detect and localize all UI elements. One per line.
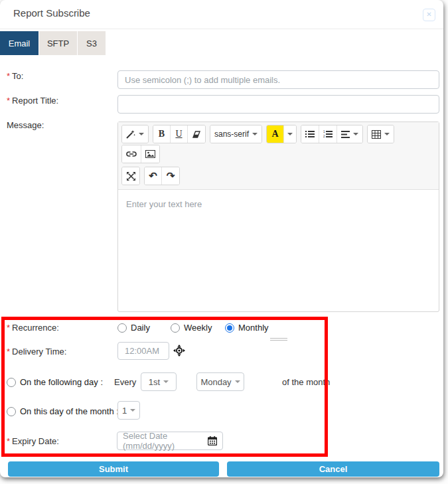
of-month-label: of the month [282, 377, 330, 387]
to-input[interactable] [117, 70, 439, 89]
dialog-title: Report Subscribe [13, 7, 90, 19]
fullscreen-icon[interactable] [122, 167, 139, 185]
submit-button[interactable]: Submit [8, 461, 219, 477]
expiry-date-input[interactable]: Select Date (mm/dd/yyyy) [117, 432, 223, 450]
delivery-time-label: *Delivery Time: [7, 347, 66, 357]
svg-text:1: 1 [323, 130, 325, 133]
radio-monthly-circle[interactable] [225, 323, 234, 333]
radio-weekly-circle[interactable] [171, 323, 180, 333]
radio-daily-circle[interactable] [117, 323, 127, 333]
time-picker-crosshair-icon[interactable] [173, 345, 185, 357]
required-asterisk: * [7, 96, 10, 106]
style-magic-icon[interactable] [122, 125, 148, 143]
message-edit-area[interactable]: Enter your text here [118, 190, 439, 333]
report-title-input[interactable] [117, 95, 439, 114]
radio-following-day[interactable]: On the following day : [7, 376, 103, 388]
undo-icon[interactable]: ↶ [145, 167, 162, 185]
required-asterisk: * [7, 71, 10, 81]
radio-monthly[interactable]: Monthly [225, 322, 269, 334]
recurrence-label: *Recurrence: [7, 323, 59, 333]
unordered-list-icon[interactable] [301, 125, 319, 143]
ordered-list-icon[interactable]: 12 [319, 125, 337, 143]
day-select[interactable]: 1 [117, 401, 140, 420]
redo-icon[interactable]: ↷ [162, 167, 179, 185]
to-label: *To: [7, 71, 23, 81]
report-subscribe-dialog: Report Subscribe ✕ Email SFTP S3 *To: *R… [0, 0, 443, 477]
editor-resize-handle[interactable] [118, 333, 439, 343]
tab-s3[interactable]: S3 [78, 31, 106, 55]
rich-text-editor: B U sans-serif A 12 [117, 121, 439, 312]
table-icon[interactable] [368, 125, 394, 143]
expiry-date-label: *Expiry Date: [7, 436, 59, 446]
radio-weekly[interactable]: Weekly [171, 322, 212, 334]
cancel-button[interactable]: Cancel [227, 461, 439, 477]
image-icon[interactable] [141, 145, 159, 163]
bold-icon[interactable]: B [153, 125, 171, 143]
radio-following-day-circle[interactable] [7, 378, 16, 387]
message-label: Message: [7, 120, 44, 130]
underline-icon[interactable]: U [171, 125, 188, 143]
tab-email[interactable]: Email [0, 31, 38, 55]
font-family-dropdown[interactable]: sans-serif [210, 125, 261, 143]
every-label: Every [114, 377, 136, 387]
font-color-icon[interactable]: A [267, 125, 284, 143]
header-divider [0, 29, 443, 29]
calendar-icon[interactable] [208, 436, 217, 445]
svg-text:2: 2 [323, 135, 325, 138]
paragraph-align-icon[interactable] [337, 125, 362, 143]
delivery-time-input[interactable] [117, 342, 169, 360]
radio-daily[interactable]: Daily [117, 322, 150, 334]
weekday-select[interactable]: Monday [196, 372, 244, 391]
font-color-caret[interactable] [284, 125, 296, 143]
radio-day-of-month[interactable]: On this day of the month : [7, 406, 119, 418]
close-icon[interactable]: ✕ [423, 9, 435, 21]
ordinal-select[interactable]: 1st [141, 372, 177, 391]
clear-format-eraser-icon[interactable] [188, 125, 205, 143]
editor-toolbar: B U sans-serif A 12 [118, 122, 439, 190]
radio-day-of-month-circle[interactable] [7, 407, 16, 416]
report-title-label: *Report Title: [7, 96, 58, 106]
tab-sftp[interactable]: SFTP [39, 31, 77, 55]
link-icon[interactable] [122, 145, 141, 163]
